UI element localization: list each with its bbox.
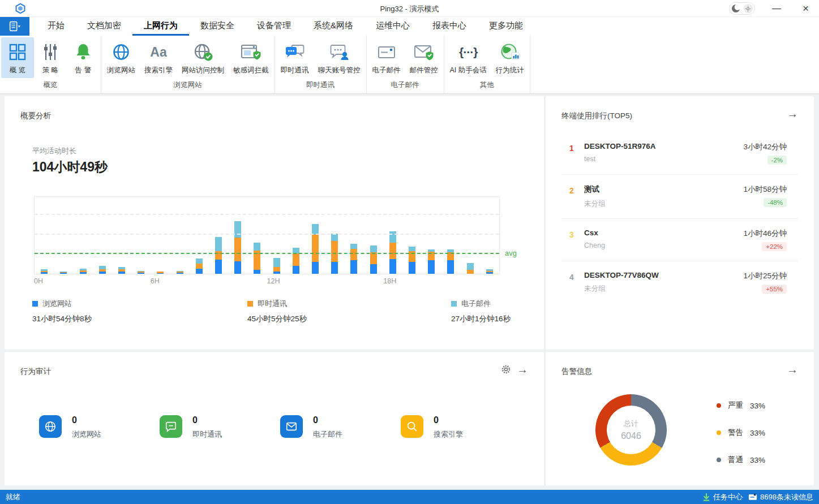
bar-segment bbox=[234, 261, 241, 274]
theme-toggle[interactable] bbox=[729, 2, 755, 15]
stat-search[interactable]: 0 搜索引擎 bbox=[401, 415, 521, 440]
arrow-right-icon[interactable]: → bbox=[787, 107, 798, 120]
legend-name: 电子邮件 bbox=[461, 299, 491, 309]
legend-name: 即时通讯 bbox=[258, 299, 287, 309]
tab-doc-encryption[interactable]: 文档加密 bbox=[76, 17, 132, 36]
arrow-right-icon[interactable]: → bbox=[787, 363, 798, 376]
ribbon-button-label: 邮件管控 bbox=[410, 66, 438, 75]
ribbon-button-browse-websites[interactable]: 浏览网站 bbox=[102, 37, 140, 78]
avg-line-label: avg bbox=[505, 249, 517, 257]
bar-segment bbox=[350, 260, 357, 274]
donut-total-label: 总计 bbox=[624, 419, 638, 429]
dark-mode-icon[interactable] bbox=[731, 4, 740, 13]
tab-ops-center[interactable]: 运维中心 bbox=[365, 17, 421, 36]
bar-segment bbox=[196, 259, 203, 264]
usage-duration: 1小时46分钟 bbox=[743, 229, 787, 239]
stat-web[interactable]: 0 浏览网站 bbox=[39, 415, 160, 440]
bar-segment bbox=[234, 221, 241, 238]
ribbon-button-label: 网站访问控制 bbox=[182, 66, 224, 75]
ribbon-button-behavior-statistics[interactable]: 行为统计 bbox=[491, 37, 529, 78]
stat-count: 0 bbox=[192, 415, 222, 425]
chat-icon bbox=[160, 415, 182, 438]
terminal-name: 测试 bbox=[584, 184, 743, 195]
legend-name: 浏览网站 bbox=[42, 299, 72, 309]
bar-segment bbox=[273, 272, 280, 274]
bar-slot-hour-6 bbox=[151, 197, 170, 274]
terminal-top5-panel: 终端使用排行(TOP5) → 1 DESKTOP-51R976A test 3小… bbox=[546, 96, 814, 350]
terminal-group: 未分组 bbox=[584, 199, 743, 209]
close-button[interactable]: × bbox=[798, 0, 813, 17]
globe-icon bbox=[112, 41, 131, 63]
main-tab-bar: 开始 文档加密 上网行为 数据安全 设备管理 系统&网络 运维中心 报表中心 更… bbox=[0, 17, 819, 36]
bar-segment bbox=[331, 241, 338, 262]
legend-pct: 33% bbox=[750, 429, 765, 437]
ribbon-button-mail-control[interactable]: 邮件管控 bbox=[405, 37, 443, 78]
ribbon-button-chat-account-control[interactable]: 聊天账号管控 bbox=[314, 37, 365, 78]
bar-segment bbox=[273, 267, 280, 272]
list-item[interactable]: 3 Csx Cheng 1小时46分钟 +22% bbox=[561, 218, 798, 261]
minimize-button[interactable]: — bbox=[767, 0, 786, 17]
bar-slot-hour-11 bbox=[247, 197, 267, 274]
stat-im[interactable]: 0 即时通讯 bbox=[160, 415, 280, 440]
tab-internet-behavior[interactable]: 上网行为 bbox=[132, 17, 189, 36]
bar-segment bbox=[273, 258, 280, 267]
panel-title: 告警信息 bbox=[561, 367, 592, 377]
ribbon-button-search-engine[interactable]: Aa 搜索引擎 bbox=[140, 37, 177, 78]
bar-slot-hour-20 bbox=[422, 197, 441, 274]
alert-donut-chart: 总计 6046 bbox=[595, 394, 667, 466]
gear-icon[interactable] bbox=[501, 364, 511, 377]
ribbon-button-sensitive-word-block[interactable]: 敏感词拦截 bbox=[229, 37, 273, 78]
ribbon-button-instant-messaging[interactable]: 即时通讯 bbox=[276, 37, 314, 78]
list-item[interactable]: 1 DESKTOP-51R976A test 3小时42分钟 -2% bbox=[561, 132, 798, 174]
overview-analysis-panel: 概要分析 平均活动时长 104小时49秒 avg 0H 6H 12H 18H 浏… bbox=[5, 96, 544, 350]
ribbon-button-website-access-control[interactable]: 网站访问控制 bbox=[177, 37, 229, 78]
donut-total-value: 6046 bbox=[621, 431, 641, 441]
ribbon-button-policy[interactable]: 策 略 bbox=[34, 37, 67, 78]
search-icon bbox=[401, 415, 423, 438]
ribbon-button-overview[interactable]: 概 览 bbox=[1, 37, 34, 78]
legend-value: 31小时54分钟8秒 bbox=[32, 314, 92, 324]
ribbon-button-email[interactable]: 电子邮件 bbox=[368, 37, 405, 78]
ribbon-group-label: 即时通讯 bbox=[276, 78, 365, 93]
tab-start[interactable]: 开始 bbox=[36, 17, 76, 36]
bar-slot-hour-1 bbox=[54, 197, 73, 274]
unread-messages-button[interactable]: 8698条未读信息 bbox=[748, 492, 813, 502]
main-menu-button[interactable] bbox=[0, 17, 29, 36]
stat-email[interactable]: 0 电子邮件 bbox=[280, 415, 401, 440]
ribbon-group-label: 其他 bbox=[445, 78, 529, 93]
bar-segment bbox=[41, 272, 48, 274]
bar-slot-hour-7 bbox=[170, 197, 189, 274]
bar-segment bbox=[293, 266, 299, 274]
terminal-name: Csx bbox=[584, 229, 743, 237]
legend-item-web: 浏览网站 31小时54分钟8秒 bbox=[32, 299, 92, 324]
task-center-button[interactable]: 任务中心 bbox=[702, 492, 743, 502]
light-mode-icon[interactable] bbox=[744, 4, 753, 13]
tab-data-security[interactable]: 数据安全 bbox=[189, 17, 246, 36]
ribbon-toolbar: 概 览 策 略 bbox=[0, 36, 819, 94]
ribbon-group-overview: 概 览 策 略 bbox=[0, 36, 101, 93]
ribbon-button-label: 即时通讯 bbox=[281, 66, 309, 75]
bar-slot-hour-17 bbox=[363, 197, 383, 274]
mail-icon bbox=[280, 415, 303, 438]
ribbon-group-im: 即时通讯 聊天账号管控 即时通讯 bbox=[275, 36, 367, 93]
bar-slot-hour-4 bbox=[112, 197, 131, 274]
tab-device-management[interactable]: 设备管理 bbox=[246, 17, 302, 36]
tab-report-center[interactable]: 报表中心 bbox=[421, 17, 478, 36]
bar-segment bbox=[409, 262, 415, 274]
ribbon-button-label: 概 览 bbox=[10, 66, 25, 75]
ribbon-button-alerts[interactable]: 告 警 bbox=[67, 37, 100, 78]
usage-duration: 3小时42分钟 bbox=[743, 142, 787, 152]
bar-slot-hour-12 bbox=[267, 197, 286, 274]
tab-more-features[interactable]: 更多功能 bbox=[478, 17, 534, 36]
list-item[interactable]: 4 DESKTOP-77V86QW 未分组 1小时25分钟 +55% bbox=[561, 261, 798, 303]
bar-slot-hour-2 bbox=[73, 197, 92, 274]
list-item[interactable]: 2 测试 未分组 1小时58分钟 -48% bbox=[561, 174, 798, 218]
rank-number: 3 bbox=[569, 229, 584, 239]
legend-item-email: 电子邮件 27小时1分钟16秒 bbox=[451, 299, 511, 324]
legend-item-normal: 普通 33% bbox=[717, 455, 765, 465]
tab-system-network[interactable]: 系统&网络 bbox=[302, 17, 365, 36]
bar-segment bbox=[370, 252, 377, 264]
arrow-right-icon[interactable]: → bbox=[517, 363, 528, 376]
ribbon-button-ai-assistant-session[interactable]: {···} AI 助手会话 bbox=[445, 37, 491, 78]
bar-segment bbox=[312, 262, 319, 274]
